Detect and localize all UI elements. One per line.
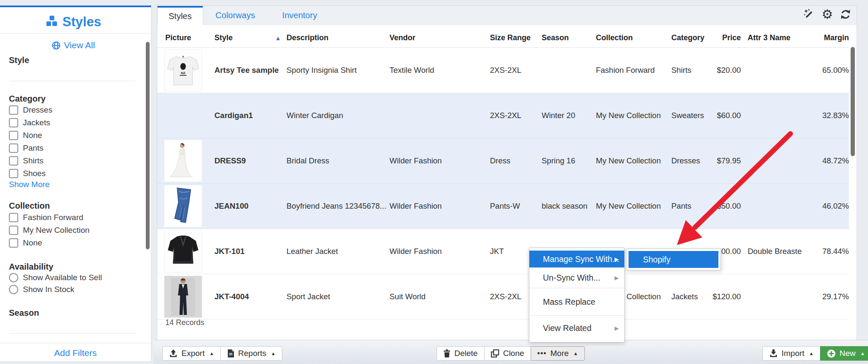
picture-cell	[157, 230, 214, 273]
collection-checkbox-my-new-collection[interactable]: My New Collection	[9, 225, 89, 235]
product-image-bridal-dress	[164, 140, 202, 182]
checkbox-icon[interactable]	[9, 118, 18, 127]
sort-ascending-icon[interactable]: ▲	[275, 35, 281, 41]
availability-radio-available-to-sell[interactable]: Show Available to Sell	[9, 273, 102, 283]
delete-label: Delete	[454, 349, 478, 358]
submenu-item-label: Shopify	[643, 255, 670, 265]
column-header-vendor[interactable]: Vendor	[389, 33, 490, 42]
column-header-picture[interactable]: Picture	[157, 33, 214, 42]
menu-item-un-sync-with[interactable]: Un-Sync With... ▶	[529, 267, 624, 288]
globe-icon	[52, 41, 61, 50]
column-header-description[interactable]: Description	[287, 33, 389, 42]
plus-circle-icon	[827, 349, 836, 358]
cell-collection: Fashion Forward	[596, 66, 671, 75]
cell-category: Sweaters	[671, 111, 712, 120]
category-checkbox-shirts[interactable]: Shirts	[9, 156, 44, 166]
cell-description: Bridal Dress	[287, 156, 389, 165]
tab-colorways[interactable]: Colorways	[203, 6, 267, 25]
menu-item-mass-replace[interactable]: Mass Replace	[529, 288, 624, 315]
add-filters-link[interactable]: Add Filters	[0, 348, 151, 358]
submenu-arrow-icon: ▶	[615, 256, 619, 262]
import-button[interactable]: Import ▲	[762, 346, 821, 361]
cell-collection: My New Collection	[596, 201, 671, 211]
collection-checkbox-none[interactable]: None	[9, 238, 42, 248]
cell-margin: 46.02%	[801, 201, 849, 211]
sidebar-scrollbar-thumb[interactable]	[146, 42, 150, 249]
cell-price: $20.00	[712, 66, 741, 75]
svg-text:NZ: NZ	[181, 71, 186, 75]
import-label: Import	[782, 349, 804, 358]
checkbox-icon[interactable]	[9, 131, 18, 140]
cell-category: Jackets	[671, 292, 712, 301]
category-checkbox-shoes[interactable]: Shoes	[9, 168, 46, 179]
checkbox-icon[interactable]	[9, 169, 18, 178]
divider	[0, 33, 151, 33]
collection-checkbox-fashion-forward[interactable]: Fashion Forward	[9, 212, 83, 223]
clone-label: Clone	[503, 349, 524, 358]
refresh-icon[interactable]	[840, 8, 851, 20]
checkbox-icon[interactable]	[9, 226, 18, 235]
cell-vendor: Wilder Fashion	[389, 201, 490, 211]
download-icon	[769, 349, 778, 358]
radio-icon[interactable]	[9, 285, 18, 294]
export-button[interactable]: Export ▲	[162, 346, 221, 361]
category-checkbox-none[interactable]: None	[9, 130, 42, 141]
cell-collection: My New Collection	[596, 156, 671, 165]
availability-radio-in-stock[interactable]: Show In Stock	[9, 284, 74, 295]
column-header-style[interactable]: Style▲	[214, 33, 287, 42]
menu-item-manage-sync-with[interactable]: Manage Sync With... ▶	[529, 251, 624, 267]
table-row-cardigan1[interactable]: Cardigan1 Winter Cardigan 2XS-2XL Winter…	[157, 93, 849, 138]
submenu-item-shopify[interactable]: Shopify	[629, 251, 718, 268]
reports-button[interactable]: Reports ▲	[220, 346, 282, 361]
column-header-season[interactable]: Season	[542, 33, 596, 42]
tab-inventory[interactable]: Inventory	[267, 6, 332, 25]
column-header-price[interactable]: Price	[712, 33, 741, 42]
magic-wand-icon[interactable]	[803, 8, 815, 20]
column-header-size-range[interactable]: Size Range	[490, 33, 542, 42]
checkbox-icon[interactable]	[9, 105, 18, 115]
column-header-margin[interactable]: Margin	[801, 33, 849, 42]
table-body: NZ Artsy Tee sample Sporty Insignia Shir…	[157, 48, 849, 320]
cell-description: Boyfriend Jeans 12345678...	[287, 201, 389, 211]
tab-label: Styles	[169, 11, 192, 21]
table-row-artsy-tee[interactable]: NZ Artsy Tee sample Sporty Insignia Shir…	[157, 48, 849, 93]
checkbox-icon[interactable]	[9, 213, 18, 222]
table-row-dress9[interactable]: DRESS9 Bridal Dress Wilder Fashion Dress…	[157, 138, 849, 184]
table-row-jkt-101[interactable]: JKT-101 Leather Jacket Wilder Fashion JK…	[157, 229, 849, 274]
cell-description: Winter Cardigan	[287, 111, 389, 120]
clone-button[interactable]: Clone	[484, 346, 531, 361]
tab-styles[interactable]: Styles	[157, 6, 203, 25]
column-header-collection[interactable]: Collection	[596, 33, 671, 42]
cell-collection: My New Collection	[596, 111, 671, 120]
radio-icon[interactable]	[9, 273, 18, 282]
tab-label: Inventory	[282, 11, 317, 20]
category-checkbox-jackets[interactable]: Jackets	[9, 118, 50, 128]
more-button[interactable]: ••• More ▲	[531, 346, 585, 361]
checkbox-icon[interactable]	[9, 156, 18, 165]
new-button[interactable]: New ▲	[820, 346, 868, 361]
export-label: Export	[181, 349, 205, 358]
cell-style: JKT-101	[214, 247, 287, 256]
style-section-label: Style	[9, 55, 29, 65]
checkbox-icon[interactable]	[9, 143, 18, 153]
category-checkbox-pants[interactable]: Pants	[9, 143, 44, 153]
show-more-link[interactable]: Show More	[9, 180, 50, 189]
cell-vendor: Suit World	[389, 292, 490, 301]
menu-item-view-related[interactable]: View Related ▶	[529, 316, 624, 340]
cell-season: Spring 16	[542, 156, 596, 165]
checkbox-label: Dresses	[23, 105, 53, 115]
toolbar-icons: ⚙	[803, 8, 851, 20]
gear-icon[interactable]: ⚙	[821, 8, 833, 20]
cell-style: Artsy Tee sample	[214, 66, 287, 75]
column-header-attr3[interactable]: Attr 3 Name	[741, 33, 801, 42]
table-row-jkt-4004[interactable]: JKT-4004 Sport Jacket Suit World 2XS-2XL…	[157, 274, 849, 320]
table-scrollbar-thumb[interactable]	[851, 47, 855, 156]
table-row-jean100[interactable]: JEAN100 Boyfriend Jeans 12345678... Wild…	[157, 184, 849, 229]
category-checkbox-dresses[interactable]: Dresses	[9, 105, 53, 115]
delete-button[interactable]: Delete	[437, 346, 484, 361]
view-all-link[interactable]: View All	[0, 40, 147, 50]
checkbox-icon[interactable]	[9, 238, 18, 248]
column-header-category[interactable]: Category	[671, 33, 712, 42]
styles-panel: Styles Colorways Inventory ⚙	[157, 6, 857, 340]
product-image-suit	[164, 276, 202, 318]
